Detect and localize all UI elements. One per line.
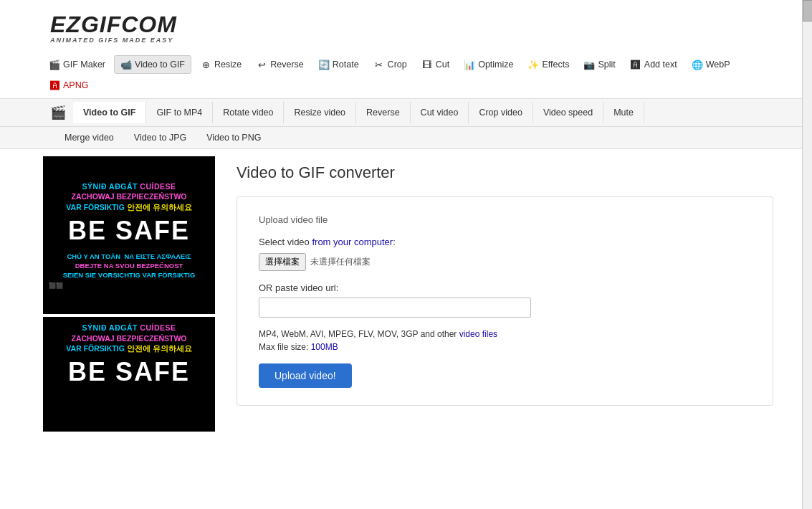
subnav-gif-to-mp4[interactable]: GIF to MP4 [146, 102, 213, 123]
left-panel: SÝNIĐ AÐGÁT CUÍDESE ZACHOWAJ BEZPIECZEŃS… [0, 149, 222, 442]
nav-apng[interactable]: 🅰 APNG [43, 77, 94, 94]
nav-split[interactable]: 📷 Split [578, 56, 621, 73]
subnav-reverse[interactable]: Reverse [356, 102, 411, 123]
gif-maker-icon: 🎬 [49, 59, 60, 70]
rotate-icon: 🔄 [318, 59, 330, 70]
logo-main: EZGIFCOM [50, 13, 788, 36]
nav-crop-label: Crop [388, 60, 407, 70]
webp-icon: 🌐 [692, 59, 703, 70]
nav-cut-label: Cut [436, 60, 449, 70]
or-label: OR paste video url: [259, 282, 751, 293]
subnav-cut-video[interactable]: Cut video [411, 102, 469, 123]
optimize-icon: 📊 [464, 59, 475, 70]
scrollbar-thumb[interactable] [803, 0, 812, 22]
logo-sub: ANIMATED GIFS MADE EASY [50, 37, 788, 44]
subnav-video-to-gif[interactable]: Video to GIF [73, 102, 146, 123]
format-info-line2: Max file size: 100MB [259, 342, 751, 352]
nav-video-to-gif[interactable]: 📹 Video to GIF [114, 55, 191, 74]
nav-gif-maker[interactable]: 🎬 GIF Maker [43, 56, 111, 73]
logo[interactable]: EZGIFCOM ANIMATED GIFS MADE EASY [50, 13, 788, 44]
max-size-value[interactable]: 100MB [311, 342, 338, 352]
upload-button[interactable]: Upload video! [259, 363, 352, 388]
format-prefix: MP4, WebM, AVI, MPEG, FLV, MOV, 3GP and … [259, 329, 459, 339]
format-info-line1: MP4, WebM, AVI, MPEG, FLV, MOV, 3GP and … [259, 329, 751, 339]
subnav-video-icon: 🎬 [43, 99, 73, 126]
sub-nav-row2: Merge video Video to JPG Video to PNG [0, 127, 802, 149]
right-panel: Video to GIF converter Upload video file… [222, 149, 802, 442]
file-choose-button[interactable]: 選擇檔案 [259, 253, 306, 271]
select-label-suffix: : [393, 237, 396, 247]
nav-apng-label: APNG [63, 80, 88, 90]
scrollbar[interactable] [802, 0, 812, 509]
nav-reverse-label: Reverse [270, 60, 304, 70]
file-no-chosen-label: 未選擇任何檔案 [310, 256, 371, 268]
url-input[interactable] [259, 298, 531, 318]
subnav-resize-video[interactable]: Resize video [284, 102, 356, 123]
upload-box: Upload video file Select video from your… [237, 196, 773, 406]
nav-rotate-label: Rotate [333, 60, 359, 70]
nav-crop[interactable]: ✂ Crop [368, 56, 413, 73]
nav-reverse[interactable]: ↩ Reverse [250, 56, 310, 73]
video-files-link[interactable]: video files [459, 329, 497, 339]
effects-icon: ✨ [527, 59, 539, 70]
nav-webp-label: WebP [706, 60, 730, 70]
split-icon: 📷 [583, 59, 595, 70]
subnav-video-to-jpg[interactable]: Video to JPG [124, 127, 196, 148]
ad-image-2: SÝNIĐ AÐGÁT CUÍDESE ZACHOWAJ BEZPIECZEŃS… [43, 317, 215, 432]
subnav-rotate-video[interactable]: Rotate video [213, 102, 284, 123]
resize-icon: ⊕ [200, 59, 211, 70]
page-title: Video to GIF converter [237, 163, 773, 182]
nav-rotate[interactable]: 🔄 Rotate [312, 56, 365, 73]
nav-video-to-gif-label: Video to GIF [135, 60, 185, 70]
nav-add-text-label: Add text [644, 60, 677, 70]
nav-effects[interactable]: ✨ Effects [522, 56, 575, 73]
subnav-crop-video[interactable]: Crop video [469, 102, 532, 123]
nav-optimize[interactable]: 📊 Optimize [458, 56, 519, 73]
sub-nav-row1: 🎬 Video to GIF GIF to MP4 Rotate video R… [0, 99, 802, 127]
nav-add-text[interactable]: 🅰 Add text [624, 56, 683, 73]
select-from-computer-link[interactable]: from your computer [312, 237, 393, 247]
nav-resize[interactable]: ⊕ Resize [194, 56, 247, 73]
nav-gif-maker-label: GIF Maker [63, 60, 105, 70]
subnav-video-speed[interactable]: Video speed [533, 102, 603, 123]
subnav-merge-video[interactable]: Merge video [54, 127, 124, 148]
upload-section-title: Upload video file [259, 214, 751, 225]
max-size-prefix: Max file size: [259, 342, 311, 352]
select-label-prefix: Select video [259, 237, 312, 247]
add-text-icon: 🅰 [630, 59, 641, 70]
nav-effects-label: Effects [542, 60, 569, 70]
video-to-gif-icon: 📹 [120, 59, 132, 70]
nav-cut[interactable]: 🎞 Cut [416, 56, 455, 73]
ad-image-1: SÝNIĐ AÐGÁT CUÍDESE ZACHOWAJ BEZPIECZEŃS… [43, 156, 215, 314]
apng-icon: 🅰 [49, 80, 60, 91]
file-input-row: 選擇檔案 未選擇任何檔案 [259, 253, 751, 271]
subnav-video-to-png[interactable]: Video to PNG [196, 127, 271, 148]
crop-icon: ✂ [373, 59, 385, 70]
select-label: Select video from your computer: [259, 237, 751, 247]
nav-split-label: Split [598, 60, 615, 70]
subnav-mute[interactable]: Mute [603, 102, 644, 123]
nav-optimize-label: Optimize [478, 60, 513, 70]
nav-bar: 🎬 GIF Maker 📹 Video to GIF ⊕ Resize ↩ Re… [0, 51, 802, 99]
reverse-icon: ↩ [256, 59, 267, 70]
cut-icon: 🎞 [421, 59, 433, 70]
nav-webp[interactable]: 🌐 WebP [686, 56, 736, 73]
header: EZGIFCOM ANIMATED GIFS MADE EASY [0, 0, 802, 51]
main-content: SÝNIĐ AÐGÁT CUÍDESE ZACHOWAJ BEZPIECZEŃS… [0, 149, 802, 442]
nav-resize-label: Resize [214, 60, 242, 70]
